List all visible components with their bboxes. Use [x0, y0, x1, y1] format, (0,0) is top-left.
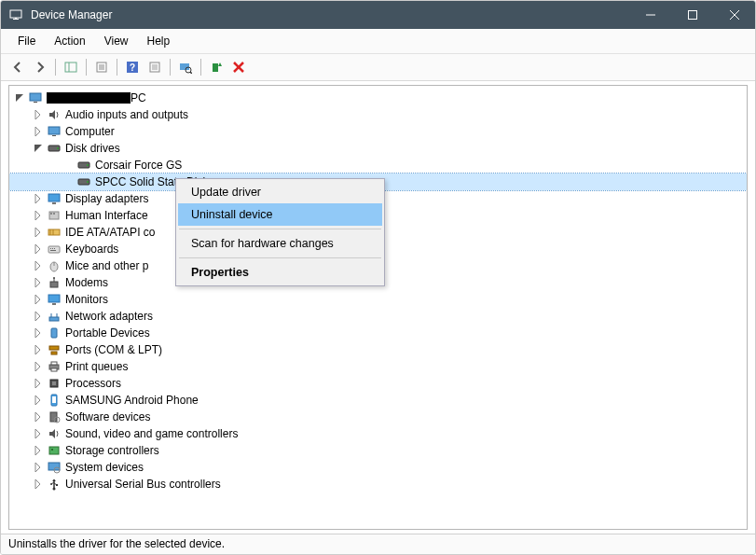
expander-icon[interactable]: [32, 276, 45, 289]
svg-rect-24: [34, 102, 37, 103]
close-button[interactable]: [713, 1, 755, 29]
toolbar-separator: [200, 59, 201, 76]
tree-category-ports[interactable]: Ports (COM & LPT): [9, 341, 747, 358]
computer-icon: [47, 124, 62, 139]
expander-icon[interactable]: [32, 343, 45, 356]
back-button[interactable]: [7, 57, 29, 77]
context-menu-item[interactable]: Update driver: [178, 181, 382, 203]
context-menu-item[interactable]: Scan for hardware changes: [178, 232, 382, 255]
tree-category-label: Audio inputs and outputs: [65, 108, 188, 121]
uninstall-device-button[interactable]: [227, 57, 250, 77]
tree-category-label: Human Interface: [65, 209, 148, 222]
disk-icon: [76, 158, 91, 173]
tree-category-usb[interactable]: Universal Serial Bus controllers: [9, 476, 747, 493]
menu-action[interactable]: Action: [45, 31, 94, 51]
expander-icon[interactable]: [32, 394, 45, 407]
svg-point-50: [53, 277, 55, 279]
expander-icon[interactable]: [32, 444, 45, 457]
show-hide-console-tree-icon: [64, 61, 77, 74]
menu-file[interactable]: File: [8, 31, 45, 51]
scan-hardware-button[interactable]: [174, 57, 197, 77]
enable-device-button[interactable]: [205, 57, 227, 77]
expander-icon[interactable]: [32, 209, 45, 222]
svg-rect-61: [51, 368, 57, 371]
context-menu-item[interactable]: Properties: [178, 261, 382, 284]
tree-category-storage[interactable]: Storage controllers: [9, 442, 747, 459]
show-hide-console-tree-button[interactable]: [60, 57, 82, 77]
forward-button[interactable]: [29, 57, 51, 77]
expander-icon[interactable]: [32, 226, 45, 239]
tree-root-node[interactable]: PC: [9, 90, 747, 106]
expander-icon[interactable]: [32, 461, 45, 474]
expander-icon[interactable]: [32, 410, 45, 423]
tree-device[interactable]: Corsair Force GS: [9, 157, 747, 173]
tree-category-label: IDE ATA/ATAPI co: [65, 226, 155, 239]
sound-icon: [47, 426, 62, 441]
svg-rect-52: [52, 303, 56, 305]
printer-icon: [47, 359, 62, 374]
tree-category-monitor[interactable]: Monitors: [9, 291, 747, 308]
svg-line-19: [190, 72, 192, 74]
svg-point-30: [87, 164, 89, 166]
properties-button[interactable]: [90, 57, 113, 77]
minimize-button[interactable]: [629, 1, 671, 29]
hid-icon: [47, 208, 62, 223]
expander-icon[interactable]: [32, 293, 45, 306]
tree-category-system[interactable]: System devices: [9, 459, 747, 476]
maximize-button[interactable]: [671, 1, 713, 29]
tree-category-phone[interactable]: SAMSUNG Android Phone: [9, 392, 747, 409]
tree-category-sound[interactable]: Sound, video and game controllers: [9, 425, 747, 442]
device-tree[interactable]: PCAudio inputs and outputsComputerDisk d…: [8, 85, 748, 530]
tree-category-label: Modems: [65, 276, 108, 289]
expander-icon[interactable]: [32, 427, 45, 440]
expander-icon[interactable]: [32, 478, 45, 491]
expander-icon[interactable]: [32, 326, 45, 340]
expander-icon[interactable]: [32, 243, 45, 256]
device-manager-app-icon: [8, 7, 23, 22]
menu-view[interactable]: View: [95, 31, 138, 51]
uninstall-device-icon: [232, 61, 245, 74]
tree-category-portable[interactable]: Portable Devices: [9, 325, 747, 341]
expander-icon[interactable]: [32, 192, 45, 205]
expander-icon[interactable]: [32, 310, 45, 323]
tree-category-label: Print queues: [65, 360, 128, 373]
svg-rect-25: [48, 127, 60, 134]
svg-rect-2: [15, 18, 17, 20]
svg-rect-17: [180, 63, 189, 70]
expander-icon[interactable]: [13, 91, 26, 104]
display-icon: [47, 191, 62, 206]
tree-category-disk[interactable]: Disk drives: [9, 140, 747, 157]
properties-icon: [95, 61, 108, 74]
menu-help[interactable]: Help: [138, 31, 180, 51]
tree-category-label: Monitors: [65, 293, 108, 306]
context-menu-item[interactable]: Uninstall device: [178, 203, 382, 226]
svg-rect-16: [152, 64, 158, 70]
expander-icon[interactable]: [32, 360, 45, 373]
tree-category-network[interactable]: Network adapters: [9, 308, 747, 325]
svg-point-32: [87, 181, 89, 183]
tree-category-audio[interactable]: Audio inputs and outputs: [9, 106, 747, 123]
svg-rect-33: [48, 194, 60, 201]
tree-category-computer[interactable]: Computer: [9, 123, 747, 140]
tree-category-label: Keyboards: [65, 243, 118, 256]
computer-root-icon: [28, 90, 43, 105]
expander-icon[interactable]: [32, 108, 45, 121]
svg-rect-41: [48, 246, 60, 253]
window-title: Device Manager: [31, 8, 112, 21]
tree-category-label: Processors: [65, 377, 121, 390]
expander-icon[interactable]: [32, 377, 45, 390]
options-button[interactable]: [144, 57, 166, 77]
help-button[interactable]: ?: [121, 57, 144, 77]
tree-category-processor[interactable]: Processors: [9, 375, 747, 392]
expander-icon[interactable]: [32, 142, 45, 155]
svg-rect-51: [48, 295, 60, 302]
svg-rect-57: [49, 346, 59, 350]
svg-rect-60: [51, 362, 57, 365]
expander-icon[interactable]: [32, 125, 45, 138]
tree-category-printer[interactable]: Print queues: [9, 358, 747, 375]
svg-rect-65: [52, 396, 56, 403]
expander-icon[interactable]: [32, 259, 45, 272]
tree-device-label: Corsair Force GS: [95, 159, 182, 172]
tree-category-software[interactable]: Software devices: [9, 409, 747, 425]
forward-icon: [34, 61, 47, 74]
